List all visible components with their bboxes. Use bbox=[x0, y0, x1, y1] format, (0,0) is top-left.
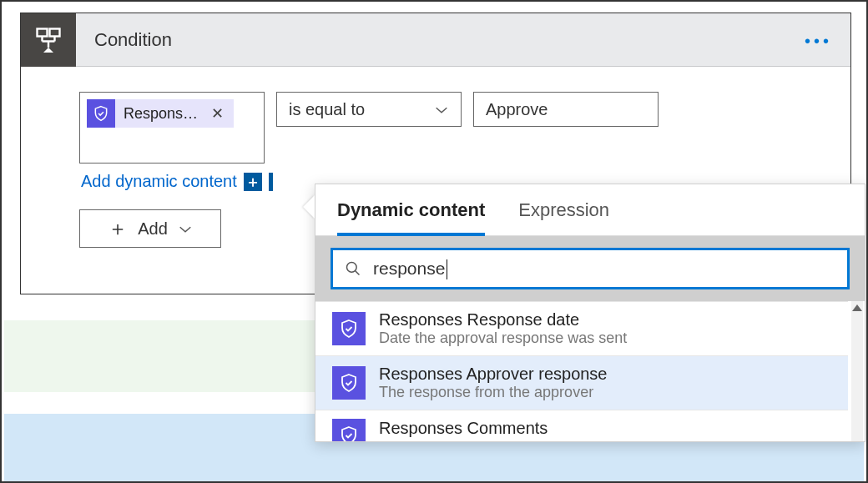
condition-icon bbox=[21, 13, 76, 67]
search-input[interactable]: response bbox=[331, 248, 850, 289]
result-desc: Date the approval response was sent bbox=[379, 330, 627, 347]
result-item[interactable]: Responses Response date Date the approva… bbox=[315, 301, 848, 355]
approval-icon bbox=[332, 419, 366, 441]
result-desc: The response from the approver bbox=[379, 384, 608, 401]
approval-icon bbox=[87, 99, 115, 128]
tab-expression[interactable]: Expression bbox=[518, 199, 609, 235]
plus-icon: ＋ bbox=[108, 215, 128, 242]
operator-label: is equal to bbox=[289, 100, 365, 119]
condition-operator-select[interactable]: is equal to bbox=[276, 92, 462, 127]
add-button-label: Add bbox=[138, 219, 168, 239]
result-title: Responses Response date bbox=[379, 310, 627, 330]
approval-icon bbox=[332, 312, 366, 345]
dynamic-content-flyout: Dynamic content Expression response bbox=[315, 184, 865, 442]
condition-title: Condition bbox=[94, 29, 172, 51]
chevron-down-icon bbox=[434, 100, 449, 119]
chevron-down-icon bbox=[178, 219, 193, 239]
token-label: Respons… bbox=[124, 105, 198, 123]
dynamic-token-chip[interactable]: Respons… ✕ bbox=[87, 99, 234, 128]
token-remove-icon[interactable]: ✕ bbox=[206, 104, 229, 123]
search-value: response bbox=[373, 259, 445, 279]
svg-rect-0 bbox=[38, 28, 48, 36]
plus-icon: ＋ bbox=[244, 173, 262, 191]
scroll-up-icon[interactable] bbox=[852, 304, 862, 311]
result-item[interactable]: Responses Comments bbox=[315, 410, 848, 441]
search-icon bbox=[345, 260, 361, 277]
result-item[interactable]: Responses Approver response The response… bbox=[315, 355, 848, 410]
tab-dynamic-content[interactable]: Dynamic content bbox=[337, 199, 485, 236]
insertion-caret bbox=[269, 173, 273, 191]
svg-point-2 bbox=[347, 263, 357, 273]
approval-icon bbox=[332, 366, 366, 400]
flyout-tabs: Dynamic content Expression bbox=[315, 184, 865, 236]
result-title: Responses Comments bbox=[379, 419, 548, 438]
add-dynamic-label: Add dynamic content bbox=[81, 172, 237, 191]
result-title: Responses Approver response bbox=[379, 365, 608, 384]
condition-header[interactable]: Condition ••• bbox=[21, 13, 850, 67]
right-value-text: Approve bbox=[486, 100, 548, 119]
results-list: Responses Response date Date the approva… bbox=[315, 301, 865, 441]
search-area: response bbox=[315, 236, 865, 301]
flyout-pointer bbox=[303, 195, 315, 219]
condition-left-value[interactable]: Respons… ✕ bbox=[79, 92, 265, 164]
svg-rect-1 bbox=[50, 28, 60, 36]
more-menu-icon[interactable]: ••• bbox=[805, 32, 832, 51]
scrollbar[interactable] bbox=[851, 301, 863, 441]
condition-right-value[interactable]: Approve bbox=[473, 92, 659, 127]
add-condition-button[interactable]: ＋ Add bbox=[79, 209, 221, 248]
